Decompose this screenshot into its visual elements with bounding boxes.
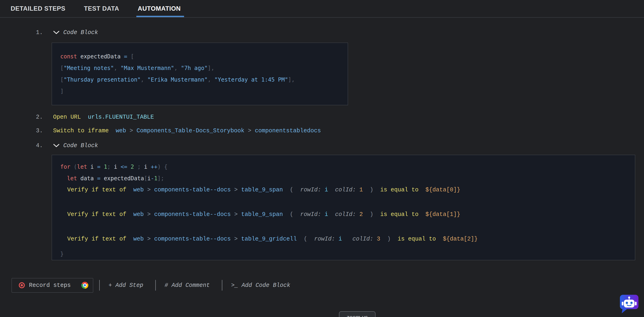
tab-detailed-steps[interactable]: DETAILED STEPS (9, 0, 67, 17)
active-tab-underline (136, 16, 184, 17)
tab-bar: DETAILED STEPS TEST DATA AUTOMATION (0, 0, 644, 17)
verify-line: Verify if text of web > components-table… (60, 233, 630, 245)
zoom-us-label: zoom us (347, 314, 368, 317)
step-3-row[interactable]: 3. Switch to iframe web > Components_Tab… (36, 126, 321, 135)
code-line: } (60, 248, 630, 260)
chevron-down-icon[interactable] (53, 143, 60, 148)
verify-line: Verify if text of web > components-table… (60, 184, 630, 196)
add-comment-button[interactable]: # Add Comment (164, 282, 210, 289)
chevron-down-icon[interactable] (53, 30, 60, 34)
record-steps-label: Record steps (29, 282, 71, 289)
code-line: for (let i = 1; i <= 2 ; i ++) { (60, 161, 630, 173)
step-switch-to-iframe: Switch to iframe web > Components_Table-… (53, 127, 321, 134)
automation-editor-screen: { "palette": { "background": "#202124", … (0, 0, 644, 317)
zoom-us-button[interactable]: zoom us (339, 311, 376, 317)
step-1-row: 1. Code Block (36, 28, 98, 37)
tab-label: DETAILED STEPS (11, 5, 65, 12)
code-line: ["Thursday presentation", "Erika Musterm… (60, 74, 343, 85)
tab-automation[interactable]: AUTOMATION (136, 0, 182, 17)
step-number: 4. (36, 142, 53, 149)
code-line: ] (60, 85, 343, 97)
step-number: 1. (36, 29, 53, 36)
code-line: ["Meeting notes", "Max Mustermann", "7h … (60, 62, 343, 74)
toolbar-divider (155, 280, 156, 291)
code-block-1[interactable]: const expectedData = [ ["Meeting notes",… (52, 43, 348, 105)
code-line: let data = expectedData[i-1]; (60, 173, 630, 184)
step-number: 3. (36, 127, 53, 134)
step-open-url: Open URL urls.FLUENTUI_TABLE (53, 114, 154, 120)
verify-line: Verify if text of web > components-table… (60, 209, 630, 220)
code-block-2[interactable]: for (let i = 1; i <= 2 ; i ++) { let dat… (52, 155, 635, 260)
record-steps-button[interactable]: Record steps (12, 278, 93, 293)
add-code-block-button[interactable]: >_ Add Code Block (231, 282, 290, 289)
tab-label: TEST DATA (84, 5, 119, 12)
code-block-label: Code Block (63, 142, 98, 149)
chat-bot-icon (619, 293, 640, 314)
step-4-row: 4. Code Block (36, 141, 98, 150)
chat-bot-button[interactable] (619, 293, 640, 314)
add-step-button[interactable]: + Add Step (108, 282, 143, 289)
code-block-label: Code Block (63, 29, 98, 36)
tab-test-data[interactable]: TEST DATA (82, 0, 120, 17)
tab-label: AUTOMATION (138, 5, 180, 12)
step-number: 2. (36, 114, 53, 120)
toolbar-divider (222, 280, 222, 291)
editor-toolbar: Record steps + Add Step # Add Comment >_… (12, 278, 296, 293)
record-icon (19, 282, 25, 288)
step-2-row[interactable]: 2. Open URL urls.FLUENTUI_TABLE (36, 113, 154, 121)
code-line: const expectedData = [ (60, 51, 343, 62)
toolbar-divider (99, 280, 100, 291)
chrome-browser-icon (81, 282, 88, 289)
